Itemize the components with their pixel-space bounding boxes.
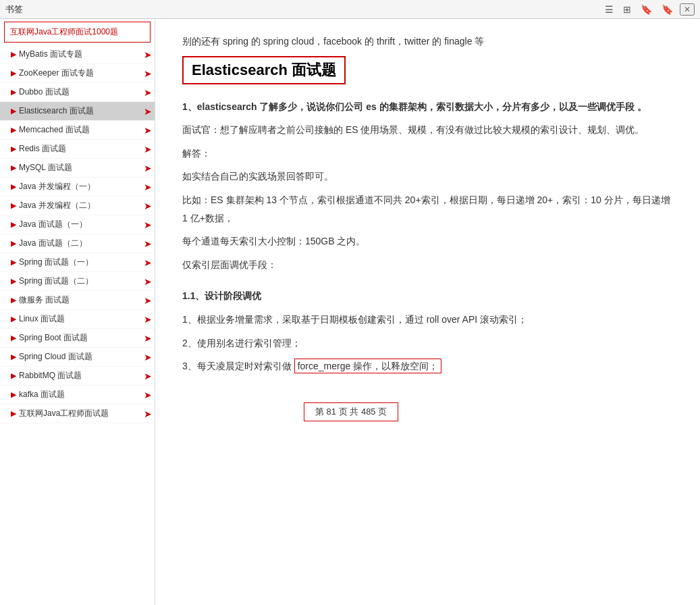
- sidebar-item-icon: ▶: [11, 390, 16, 399]
- sidebar-item-icon: ▶: [11, 69, 16, 78]
- sidebar-item-icon: ▶: [11, 126, 16, 134]
- sidebar-item-spring1[interactable]: ▶ Spring 面试题（一） ➤: [0, 253, 155, 272]
- sidebar-item-icon: ▶: [11, 371, 16, 380]
- sub-heading-design: 1.1、设计阶段调优: [182, 287, 673, 305]
- sidebar-item-rabbitmq[interactable]: ▶ RabbitMQ 面试题 ➤: [0, 367, 155, 386]
- sidebar-root-item[interactable]: 互联网Java工程师面试1000题: [4, 22, 151, 43]
- toolbar-icon-list[interactable]: ☰: [602, 3, 616, 16]
- sidebar-item-spring2[interactable]: ▶ Spring 面试题（二） ➤: [0, 272, 155, 291]
- sidebar-item-memcached[interactable]: ▶ Memcached 面试题 ➤: [0, 121, 155, 140]
- toolbar-close-button[interactable]: ✕: [680, 3, 695, 16]
- arrow-icon: ➤: [144, 238, 152, 249]
- sidebar-item-redis[interactable]: ▶ Redis 面试题 ➤: [0, 140, 155, 159]
- sidebar-item-label: Spring 面试题（一）: [19, 257, 93, 268]
- sidebar-item-label: kafka 面试题: [19, 389, 65, 400]
- sidebar-item-java-interview2[interactable]: ▶ Java 面试题（二） ➤: [0, 234, 155, 253]
- sidebar-item-label: Spring 面试题（二）: [19, 275, 93, 287]
- sidebar-item-label: Java 面试题（一）: [19, 219, 87, 230]
- sidebar-item-kafka[interactable]: ▶ kafka 面试题 ➤: [0, 386, 155, 404]
- arrow-icon: ➤: [144, 295, 152, 306]
- sidebar-item-label: ZooKeeper 面试专题: [19, 68, 94, 79]
- sidebar-item-label: MySQL 面试题: [19, 162, 72, 174]
- sidebar-item-java-internet[interactable]: ▶ 互联网Java工程师面试题 ➤: [0, 404, 155, 423]
- content-area: 别的还有 spring 的 spring cloud，facebook 的 th…: [155, 19, 700, 605]
- sidebar-item-icon: ▶: [11, 88, 16, 97]
- sidebar-item-label: Memcached 面试题: [19, 124, 90, 136]
- arrow-icon: ➤: [144, 49, 152, 60]
- sidebar-item-label: Java 面试题（二）: [19, 238, 87, 249]
- sidebar-item-zookeeper[interactable]: ▶ ZooKeeper 面试专题 ➤: [0, 64, 155, 83]
- sidebar-item-label: 互联网Java工程师面试题: [19, 408, 109, 419]
- toolbar-title: 书签: [5, 3, 23, 16]
- sidebar-item-java-concurrent2[interactable]: ▶ Java 并发编程（二） ➤: [0, 196, 155, 215]
- arrow-icon: ➤: [144, 87, 152, 98]
- sidebar-item-label: Spring Cloud 面试题: [19, 351, 92, 363]
- sidebar-item-label: Java 并发编程（二）: [19, 200, 95, 211]
- sidebar-item-elasticsearch[interactable]: ▶ Elasticsearch 面试题 ➤: [0, 102, 155, 121]
- toolbar-icon-bookmark1[interactable]: 🔖: [638, 3, 655, 16]
- sidebar-item-icon: ▶: [11, 277, 16, 286]
- arrow-icon: ➤: [144, 163, 152, 174]
- sidebar-item-icon: ▶: [11, 107, 16, 115]
- sidebar-item-mybatis[interactable]: ▶ MyBatis 面试专题 ➤: [0, 45, 155, 64]
- sidebar-item-label: Java 并发编程（一）: [19, 181, 95, 192]
- arrow-icon: ➤: [144, 390, 152, 400]
- arrow-icon: ➤: [144, 333, 152, 344]
- sidebar-item-icon: ▶: [11, 182, 16, 191]
- arrow-icon: ➤: [144, 314, 152, 325]
- sidebar-item-label: RabbitMQ 面试题: [19, 370, 82, 382]
- sidebar-item-springcloud[interactable]: ▶ Spring Cloud 面试题 ➤: [0, 348, 155, 367]
- sidebar-item-icon: ▶: [11, 352, 16, 361]
- toolbar-icon-grid[interactable]: ⊞: [620, 3, 634, 16]
- answer-p1: 如实结合自己的实践场景回答即可。: [182, 167, 673, 186]
- arrow-icon: ➤: [144, 201, 152, 211]
- arrow-icon: ➤: [144, 182, 152, 192]
- sidebar-item-icon: ▶: [11, 239, 16, 248]
- answer-p4: 仅索引层面调优手段：: [182, 256, 673, 274]
- arrow-icon: ➤: [144, 276, 152, 287]
- arrow-icon: ➤: [144, 352, 152, 363]
- section-title-text: Elasticsearch 面试题: [192, 60, 336, 80]
- point-1: 1、根据业务增量需求，采取基于日期模板创建索引，通过 roll over API…: [182, 311, 673, 329]
- sidebar-item-springboot[interactable]: ▶ Spring Boot 面试题 ➤: [0, 329, 155, 348]
- sidebar-item-linux[interactable]: ▶ Linux 面试题 ➤: [0, 310, 155, 329]
- sidebar-item-icon: ▶: [11, 201, 16, 210]
- answer-label: 解答：: [182, 144, 673, 163]
- sidebar-item-icon: ▶: [11, 163, 16, 172]
- sidebar-item-label: MyBatis 面试专题: [19, 49, 82, 60]
- arrow-icon: ➤: [144, 409, 152, 419]
- sidebar-item-label: Dubbo 面试题: [19, 86, 70, 98]
- arrow-icon: ➤: [144, 68, 152, 79]
- sidebar-item-icon: ▶: [11, 409, 16, 418]
- sidebar-item-icon: ▶: [11, 50, 16, 59]
- intro-text: 别的还有 spring 的 spring cloud，facebook 的 th…: [182, 32, 673, 51]
- sidebar-item-java-interview1[interactable]: ▶ Java 面试题（一） ➤: [0, 215, 155, 234]
- arrow-icon: ➤: [144, 144, 152, 155]
- point-3: 3、每天凌晨定时对索引做 force_merge 操作，以释放空间；: [182, 357, 673, 375]
- sidebar: 互联网Java工程师面试1000题 ▶ MyBatis 面试专题 ➤ ▶ Zoo…: [0, 19, 155, 605]
- sidebar-item-icon: ▶: [11, 334, 16, 342]
- sidebar-item-microservice[interactable]: ▶ 微服务 面试题 ➤: [0, 291, 155, 310]
- sidebar-item-dubbo[interactable]: ▶ Dubbo 面试题 ➤: [0, 83, 155, 102]
- arrow-icon: ➤: [144, 371, 152, 382]
- arrow-icon: ➤: [144, 106, 152, 117]
- arrow-icon: ➤: [144, 125, 152, 136]
- sidebar-item-icon: ▶: [11, 220, 16, 229]
- sidebar-item-icon: ▶: [11, 258, 16, 267]
- sidebar-item-mysql[interactable]: ▶ MySQL 面试题 ➤: [0, 159, 155, 178]
- page-footer: 第 81 页 共 485 页: [304, 402, 398, 421]
- answer-p2: 比如：ES 集群架构 13 个节点，索引根据通道不同共 20+索引，根据日期，每…: [182, 191, 673, 227]
- force-merge-highlight: force_merge 操作，以释放空间；: [294, 359, 441, 373]
- arrow-icon: ➤: [144, 219, 152, 230]
- sidebar-item-icon: ▶: [11, 315, 16, 323]
- toolbar-left: 书签: [5, 3, 28, 16]
- sidebar-item-label: Redis 面试题: [19, 143, 66, 155]
- toolbar: 书签 ☰ ⊞ 🔖 🔖 ✕: [0, 0, 700, 19]
- section-title-box: Elasticsearch 面试题: [182, 56, 346, 84]
- question-title: 1、elasticsearch 了解多少，说说你们公司 es 的集群架构，索引数…: [182, 98, 673, 116]
- point3-start: 3、每天凌晨定时对索引做: [182, 361, 292, 371]
- answer-p3: 每个通道每天索引大小控制：150GB 之内。: [182, 232, 673, 251]
- page-footer-container: 第 81 页 共 485 页: [182, 389, 673, 421]
- toolbar-icon-bookmark2[interactable]: 🔖: [659, 3, 676, 16]
- sidebar-item-java-concurrent1[interactable]: ▶ Java 并发编程（一） ➤: [0, 178, 155, 196]
